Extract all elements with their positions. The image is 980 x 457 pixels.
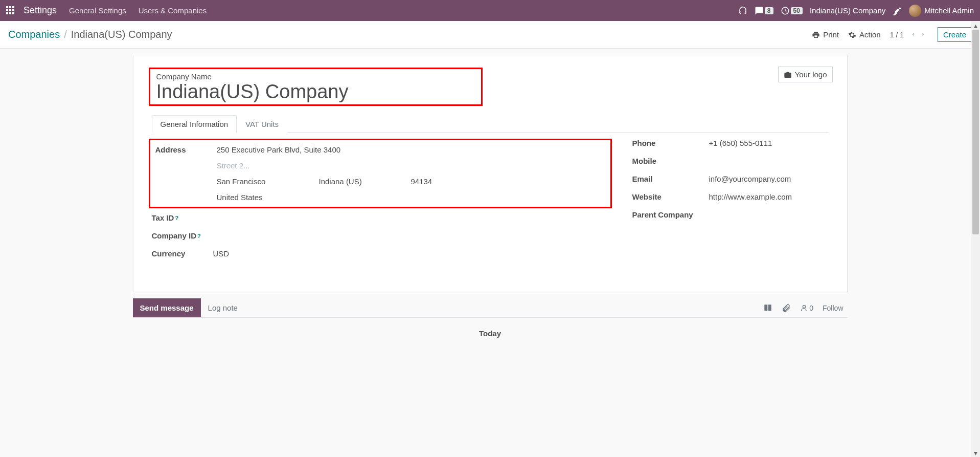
log-note-button[interactable]: Log note xyxy=(201,298,245,317)
zip-field[interactable]: 94134 xyxy=(411,177,462,186)
nav-messages[interactable]: 8 xyxy=(755,6,773,15)
state-field[interactable]: Indiana (US) xyxy=(319,177,411,186)
attachment-button[interactable] xyxy=(782,303,791,313)
chevron-right-icon xyxy=(920,31,926,37)
your-logo-button[interactable]: Your logo xyxy=(778,67,833,82)
follower-count: 0 xyxy=(809,304,813,312)
messages-badge: 8 xyxy=(765,7,773,14)
tax-id-help[interactable]: ? xyxy=(175,215,178,221)
print-icon xyxy=(812,31,820,39)
print-button[interactable]: Print xyxy=(812,30,839,39)
company-name-highlight: Company Name Indiana(US) Company xyxy=(149,68,483,106)
scrollbar[interactable]: ▴ ▾ xyxy=(971,21,980,338)
nav-voip[interactable] xyxy=(738,6,747,15)
nav-debug[interactable] xyxy=(893,6,902,15)
city-field[interactable]: San Francisco xyxy=(217,177,319,186)
chatter-today-separator: Today xyxy=(133,329,848,338)
company-name-label: Company Name xyxy=(156,72,349,81)
company-id-label: Company ID ? xyxy=(152,231,213,240)
app-title: Settings xyxy=(24,5,57,16)
address-label: Address xyxy=(155,145,217,154)
email-label: Email xyxy=(632,175,709,183)
nav-user-menu[interactable]: Mitchell Admin xyxy=(909,5,974,17)
breadcrumb-root[interactable]: Companies xyxy=(8,29,60,40)
street2-field[interactable]: Street 2... xyxy=(217,161,462,170)
phone-label: Phone xyxy=(632,139,709,147)
activities-badge: 50 xyxy=(791,7,803,14)
chevron-left-icon xyxy=(910,31,916,37)
chatter-book-icon[interactable] xyxy=(763,303,772,313)
create-button[interactable]: Create xyxy=(938,27,972,42)
phone-field[interactable]: +1 (650) 555-0111 xyxy=(709,139,772,147)
chatter: Send message Log note 0 Follow Today xyxy=(133,298,848,338)
headset-icon xyxy=(738,6,747,15)
country-field[interactable]: United States xyxy=(217,193,462,202)
website-field[interactable]: http://www.example.com xyxy=(709,192,792,201)
tabs: General Information VAT Units xyxy=(152,115,829,133)
svg-point-1 xyxy=(803,305,806,308)
clock-icon xyxy=(781,6,790,15)
mobile-label: Mobile xyxy=(632,157,709,165)
user-name: Mitchell Admin xyxy=(924,6,974,15)
scroll-up-icon[interactable]: ▴ xyxy=(971,21,980,30)
apps-icon[interactable] xyxy=(6,6,15,15)
currency-label: Currency xyxy=(152,249,213,258)
nav-general-settings[interactable]: General Settings xyxy=(69,6,126,15)
scroll-thumb[interactable] xyxy=(972,30,979,234)
pager-next[interactable] xyxy=(918,29,928,41)
camera-icon xyxy=(784,71,792,79)
pager-prev[interactable] xyxy=(908,29,918,41)
chat-icon xyxy=(755,6,764,15)
navbar: Settings General Settings Users & Compan… xyxy=(0,0,980,21)
tax-id-label: Tax ID ? xyxy=(152,213,213,222)
wrench-icon xyxy=(893,6,902,15)
gear-icon xyxy=(848,31,856,39)
nav-company-switcher[interactable]: Indiana(US) Company xyxy=(810,6,885,15)
breadcrumb-current: Indiana(US) Company xyxy=(71,29,172,40)
tab-vat-units[interactable]: VAT Units xyxy=(237,115,287,133)
avatar xyxy=(909,5,921,17)
company-id-help[interactable]: ? xyxy=(197,233,201,239)
nav-users-companies[interactable]: Users & Companies xyxy=(139,6,207,15)
follow-button[interactable]: Follow xyxy=(823,304,843,312)
nav-activities[interactable]: 50 xyxy=(781,6,803,15)
control-panel: Companies / Indiana(US) Company Print Ac… xyxy=(0,21,980,49)
pager-value[interactable]: 1 / 1 xyxy=(890,31,904,39)
tab-general-information[interactable]: General Information xyxy=(152,115,237,133)
form-sheet: Company Name Indiana(US) Company Your lo… xyxy=(133,55,848,292)
street-field[interactable]: 250 Executive Park Blvd, Suite 3400 xyxy=(217,145,462,154)
user-icon xyxy=(800,304,808,312)
paperclip-icon xyxy=(782,303,791,313)
address-highlight: Address 250 Executive Park Blvd, Suite 3… xyxy=(149,139,612,208)
action-button[interactable]: Action xyxy=(848,30,881,39)
website-label: Website xyxy=(632,192,709,201)
currency-field[interactable]: USD xyxy=(213,249,230,258)
company-name-value[interactable]: Indiana(US) Company xyxy=(156,82,349,101)
pager: 1 / 1 xyxy=(890,29,928,41)
followers-button[interactable]: 0 xyxy=(800,304,813,312)
breadcrumb: Companies / Indiana(US) Company xyxy=(8,29,172,40)
book-icon xyxy=(763,303,772,313)
send-message-button[interactable]: Send message xyxy=(133,298,201,317)
email-field[interactable]: info@yourcompany.com xyxy=(709,175,791,183)
parent-company-label: Parent Company xyxy=(632,210,709,219)
